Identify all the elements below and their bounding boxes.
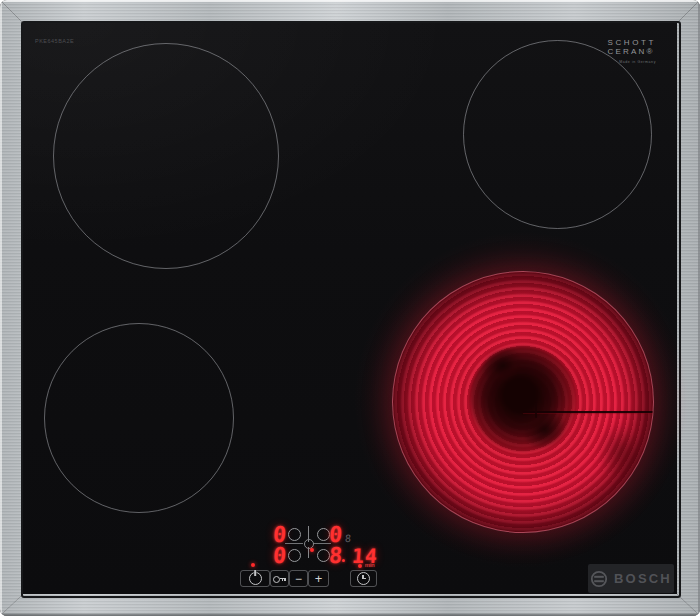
layout-line-right [313, 543, 331, 544]
schott-ceran-line1: SCHOTT [608, 38, 657, 47]
standby-symbol: 8 [345, 533, 352, 544]
bosch-badge: BOSCH [588, 564, 674, 593]
child-lock-button[interactable] [270, 570, 289, 587]
power-icon [249, 572, 262, 585]
cooktop-photo: PKE645BA2E SCHOTT CERAN® Made in Germany… [0, 0, 700, 616]
element-sensor-nub [535, 402, 537, 418]
cooking-zone-back-left [53, 43, 279, 269]
model-number: PKE645BA2E [35, 38, 74, 44]
cooktop: PKE645BA2E SCHOTT CERAN® Made in Germany… [0, 0, 700, 616]
front-right-decimal-dot [342, 559, 345, 562]
element-center-swirl [470, 346, 576, 452]
display-divider-bottom [308, 547, 309, 558]
cooking-zone-back-right [463, 40, 652, 229]
zone-select-front-left[interactable] [288, 549, 301, 562]
active-zone-dot [310, 548, 314, 552]
cooking-zone-front-right-active [392, 271, 654, 533]
display-front-right-level: 8 [328, 545, 343, 567]
timer-active-dot [358, 564, 362, 568]
power-button[interactable] [240, 570, 270, 587]
timer-button[interactable] [350, 570, 377, 587]
element-cut-line [523, 411, 653, 413]
minus-button[interactable]: − [289, 570, 308, 587]
bosch-logo-text: BOSCH [614, 571, 672, 586]
schott-ceran-line2: CERAN® [608, 47, 657, 56]
plus-button[interactable]: + [308, 570, 329, 587]
zone-select-back-left[interactable] [288, 528, 301, 541]
layout-line-left [285, 543, 303, 544]
cooking-zone-front-left [44, 323, 234, 513]
display-front-left-level: 0 [272, 545, 287, 567]
clock-icon [357, 572, 370, 585]
bosch-emblem-icon [590, 570, 608, 588]
key-icon [273, 575, 286, 582]
timer-unit-label: min [365, 562, 375, 568]
power-indicator-dot [251, 563, 255, 567]
